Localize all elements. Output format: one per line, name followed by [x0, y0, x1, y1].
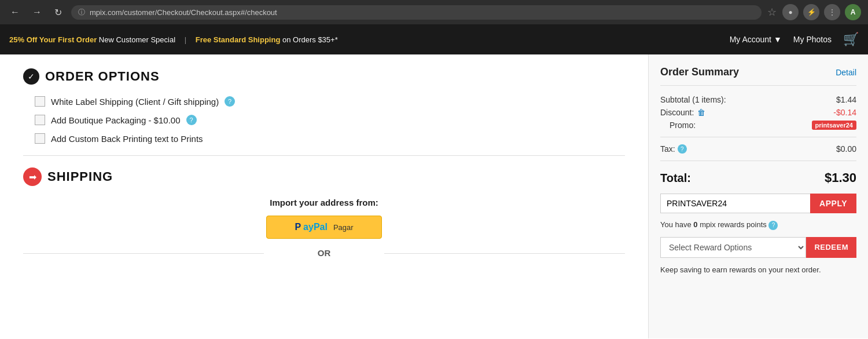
section-divider: [23, 155, 625, 156]
promo-badge: printsaver24: [812, 121, 856, 130]
promo-label: Promo:: [670, 121, 696, 130]
tax-label: Tax: ?: [660, 144, 687, 154]
my-account-button[interactable]: My Account ▼: [730, 35, 782, 44]
paypal-button[interactable]: PayPal Pagar: [266, 216, 382, 239]
discount-value: -$0.14: [833, 108, 856, 117]
total-row: Total: $1.30: [660, 170, 856, 185]
top-banner: 25% Off Your First Order New Customer Sp…: [0, 24, 868, 54]
banner-right: My Account ▼ My Photos 🛒: [730, 32, 859, 47]
shipping-highlight: Free Standard Shipping: [196, 35, 281, 44]
shipping-text: on Orders $35+*: [282, 35, 338, 44]
cart-icon[interactable]: 🛒: [843, 32, 859, 47]
chevron-down-icon: ▼: [774, 35, 782, 44]
shipping-title: SHIPPING: [47, 169, 113, 184]
apply-button[interactable]: APPLY: [810, 194, 856, 213]
forward-button[interactable]: →: [29, 5, 45, 20]
white-label-help-icon[interactable]: ?: [225, 96, 235, 107]
boutique-packaging-checkbox[interactable]: [35, 115, 45, 125]
banner-separator: |: [185, 35, 186, 44]
keep-saving-text: Keep saving to earn rewards on your next…: [660, 265, 856, 275]
rewards-row: You have 0 mpix rewards points ?: [660, 220, 856, 230]
custom-back-checkbox[interactable]: [35, 133, 45, 144]
subtotal-label: Subtotal (1 items):: [660, 95, 726, 104]
paypal-pagar-text: Pagar: [333, 223, 354, 232]
delete-discount-icon[interactable]: 🗑: [697, 108, 705, 117]
promo-highlight: 25% Off Your First Order: [9, 35, 97, 44]
menu-icon: ⋮: [824, 4, 840, 20]
tax-label-text: Tax:: [660, 144, 675, 154]
discount-label: Discount: 🗑: [660, 108, 705, 117]
rewards-text: You have: [660, 220, 693, 229]
custom-back-label: Add Custom Back Printing text to Prints: [51, 134, 203, 144]
site-info-icon: ⓘ: [78, 8, 85, 17]
shipping-header: ➡ SHIPPING: [23, 167, 625, 186]
total-value: $1.30: [825, 170, 856, 185]
tax-row: Tax: ? $0.00: [660, 144, 856, 154]
paypal-logo: PayPal Pagar: [284, 222, 364, 232]
check-circle-icon: ✓: [23, 68, 39, 85]
profile-icon: ●: [782, 4, 799, 20]
import-address-label: Import your address from:: [23, 198, 625, 207]
address-bar[interactable]: ⓘ mpix.com/customer/Checkout/Checkout.as…: [71, 5, 762, 20]
white-label-option: White Label Shipping (Client / Gift ship…: [35, 96, 625, 107]
promo-text: New Customer Special: [99, 35, 175, 44]
total-label: Total:: [660, 172, 691, 185]
subtotal-row: Subtotal (1 items): $1.44: [660, 95, 856, 104]
user-avatar: A: [845, 4, 861, 20]
paypal-aypal-text: ayPal: [303, 222, 328, 232]
or-label: OR: [318, 248, 331, 258]
detail-link[interactable]: Detail: [836, 68, 856, 77]
banner-promo-text: 25% Off Your First Order New Customer Sp…: [9, 35, 730, 44]
order-options-title: ORDER OPTIONS: [45, 69, 160, 84]
summary-divider-1: [660, 137, 856, 137]
browser-extension-icons: ● ⚡ ⋮ A: [782, 4, 861, 20]
order-summary-panel: Order Summary Detail Subtotal (1 items):…: [648, 54, 868, 338]
my-photos-button[interactable]: My Photos: [793, 35, 832, 44]
custom-back-option: Add Custom Back Printing text to Prints: [35, 133, 625, 144]
main-layout: ✓ ORDER OPTIONS White Label Shipping (Cl…: [0, 54, 868, 338]
redeem-button[interactable]: REDEEM: [806, 237, 856, 258]
order-options-header: ✓ ORDER OPTIONS: [23, 68, 625, 85]
my-account-label: My Account: [730, 35, 771, 44]
boutique-packaging-help-icon[interactable]: ?: [186, 115, 197, 125]
arrow-circle-icon: ➡: [23, 167, 42, 186]
reward-select-row: Select Reward Options REDEEM: [660, 237, 856, 258]
promo-row: Promo: printsaver24: [670, 121, 856, 130]
bookmark-icon[interactable]: ☆: [767, 6, 777, 19]
rewards-count: 0: [693, 220, 697, 229]
order-options-list: White Label Shipping (Client / Gift ship…: [23, 96, 625, 144]
back-button[interactable]: ←: [7, 5, 23, 20]
tax-help-icon[interactable]: ?: [678, 144, 687, 154]
content-area: ✓ ORDER OPTIONS White Label Shipping (Cl…: [0, 54, 648, 338]
rewards-help-icon[interactable]: ?: [768, 221, 778, 230]
reward-options-select[interactable]: Select Reward Options: [660, 237, 806, 258]
browser-chrome: ← → ↻ ⓘ mpix.com/customer/Checkout/Check…: [0, 0, 868, 24]
boutique-packaging-label: Add Boutique Packaging - $10.00: [51, 115, 181, 125]
summary-title: Order Summary: [660, 66, 739, 78]
boutique-packaging-option: Add Boutique Packaging - $10.00 ?: [35, 115, 625, 125]
or-divider: OR: [23, 248, 625, 258]
rewards-suffix: mpix rewards points: [698, 220, 767, 229]
extensions-icon: ⚡: [803, 4, 819, 20]
discount-row: Discount: 🗑 -$0.14: [660, 108, 856, 117]
discount-label-text: Discount:: [660, 108, 694, 117]
subtotal-value: $1.44: [836, 95, 856, 104]
white-label-label: White Label Shipping (Client / Gift ship…: [51, 97, 219, 107]
summary-divider-2: [660, 161, 856, 161]
shipping-section: ➡ SHIPPING Import your address from: Pay…: [23, 167, 625, 258]
tax-value: $0.00: [836, 144, 856, 154]
paypal-p-text: P: [295, 222, 301, 232]
promo-input-row: APPLY: [660, 194, 856, 213]
summary-header: Order Summary Detail: [660, 66, 856, 86]
my-photos-label: My Photos: [793, 35, 832, 44]
url-text: mpix.com/customer/Checkout/Checkout.aspx…: [90, 8, 755, 17]
white-label-checkbox[interactable]: [35, 96, 45, 107]
refresh-button[interactable]: ↻: [51, 5, 65, 20]
promo-code-input[interactable]: [660, 194, 810, 213]
